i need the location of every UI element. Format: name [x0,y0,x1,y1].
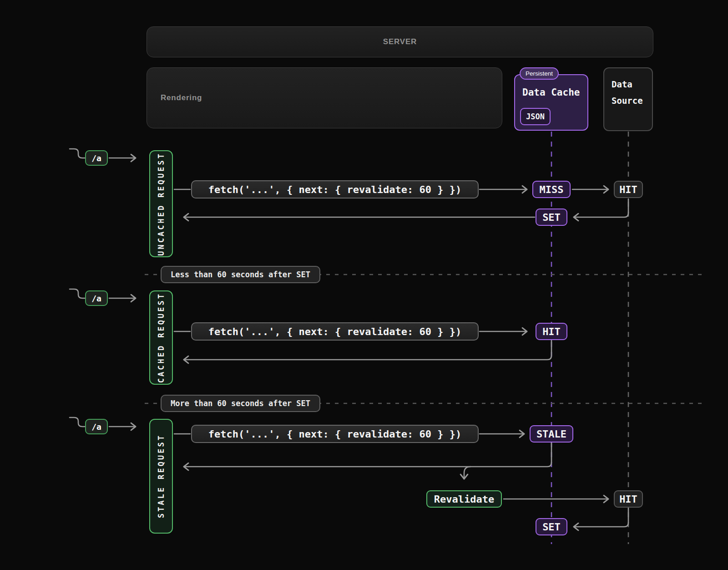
data-cache-box: Data Cache JSON [514,74,588,131]
server-label: SERVER [383,37,417,46]
lane-stale-request: STALE REQUEST [149,419,173,534]
separator-label-1: Less than 60 seconds after SET [161,266,320,283]
json-badge: JSON [520,108,551,125]
miss-badge: MISS [532,181,571,198]
data-source-box: Data Source [603,67,653,131]
data-cache-title: Data Cache [522,87,580,98]
set-badge-row1: SET [536,209,567,226]
separator-label-2: More than 60 seconds after SET [161,395,320,412]
lane-uncached-label: UNCACHED REQUEST [157,152,166,256]
route-badge: /a [85,150,108,166]
set-badge-row3: SET [536,518,567,535]
data-source-line1: Data [612,76,652,92]
rendering-box: Rendering [147,67,502,128]
route-badge: /a [85,419,108,434]
persistent-tag: Persistent [520,67,559,80]
hit-badge-source-row3: HIT [614,490,643,508]
server-box: SERVER [147,26,653,57]
lane-cached-request: CACHED REQUEST [149,290,173,385]
hit-badge-cache-row2: HIT [536,323,567,340]
data-source-line2: Source [612,92,652,109]
fetch-call-bubble: fetch('...', { next: { revalidate: 60 } … [191,322,479,341]
diagram-canvas: SERVER Rendering Data Cache JSON Persist… [0,0,728,570]
revalidate-badge: Revalidate [426,490,502,508]
fetch-call-bubble: fetch('...', { next: { revalidate: 60 } … [191,180,479,198]
lane-stale-label: STALE REQUEST [157,434,166,518]
route-badge: /a [85,290,108,306]
fetch-call-bubble: fetch('...', { next: { revalidate: 60 } … [191,425,479,443]
stale-badge: STALE [530,425,573,443]
lane-uncached-request: UNCACHED REQUEST [149,150,173,257]
lane-cached-label: CACHED REQUEST [157,292,166,383]
rendering-label: Rendering [161,93,202,102]
hit-badge-source-row1: HIT [614,181,643,198]
